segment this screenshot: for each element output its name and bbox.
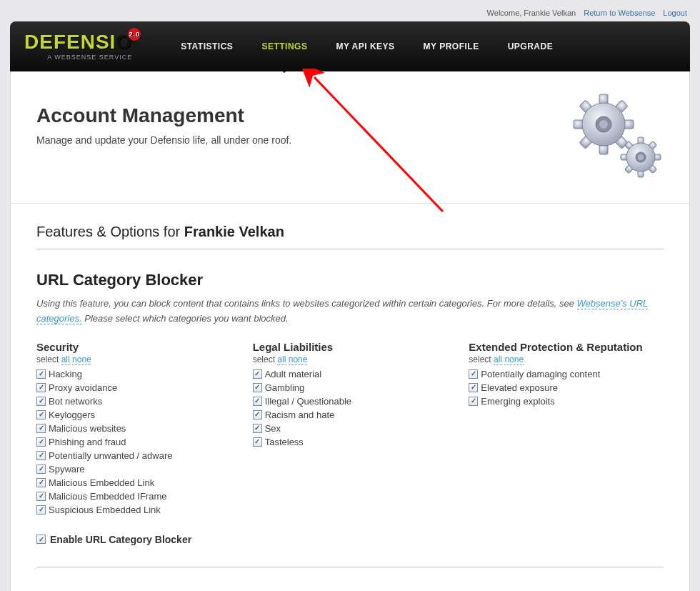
- enable-url-blocker-checkbox[interactable]: ✓: [36, 535, 46, 544]
- page-title: Account Management: [36, 104, 664, 127]
- category-item: ✓Tasteless: [253, 437, 448, 447]
- url-blocker-desc-2: Please select which categories you want …: [82, 313, 289, 324]
- content-card: Account Management Manage and update you…: [10, 71, 690, 591]
- select-all-link[interactable]: all: [277, 354, 286, 365]
- category-item: ✓Malicious Embedded IFrame: [36, 491, 231, 502]
- category-label: Malicious websites: [49, 423, 126, 434]
- category-checkbox[interactable]: ✓: [36, 505, 46, 515]
- category-label: Illegal / Questionable: [265, 396, 351, 407]
- category-label: Racism and hate: [265, 409, 335, 420]
- category-checkbox[interactable]: ✓: [36, 465, 46, 474]
- category-item: ✓Spyware: [36, 464, 231, 475]
- url-blocker-description: Using this feature, you can block conten…: [36, 297, 664, 327]
- select-none-link[interactable]: none: [289, 354, 308, 365]
- category-item: ✓Malicious Embedded Link: [36, 477, 231, 488]
- category-item: ✓Sex: [253, 423, 448, 434]
- select-helpers: select all none: [36, 354, 231, 364]
- category-label: Adult material: [265, 369, 321, 379]
- nav-my-api-keys[interactable]: MY API KEYS: [336, 24, 394, 69]
- section-divider: [36, 567, 664, 567]
- nav-settings[interactable]: SETTINGS: [261, 24, 307, 69]
- category-checkbox[interactable]: ✓: [36, 451, 46, 460]
- category-checkbox[interactable]: ✓: [36, 383, 46, 392]
- category-checkbox[interactable]: ✓: [36, 410, 46, 419]
- category-checkbox[interactable]: ✓: [36, 369, 46, 379]
- link-return-websense[interactable]: Return to Websense: [584, 9, 655, 17]
- select-label: select: [36, 354, 61, 364]
- category-checkbox[interactable]: ✓: [36, 424, 46, 433]
- features-heading-name: Frankie Velkan: [184, 224, 284, 239]
- category-checkbox[interactable]: ✓: [253, 437, 262, 447]
- category-checkbox[interactable]: ✓: [36, 478, 46, 487]
- url-blocker-desc-1: Using this feature, you can block conten…: [36, 298, 577, 309]
- category-checkbox[interactable]: ✓: [253, 369, 262, 379]
- category-item: ✓Racism and hate: [253, 409, 448, 420]
- category-checkbox[interactable]: ✓: [253, 424, 262, 433]
- category-label: Hacking: [49, 369, 82, 379]
- category-checkbox[interactable]: ✓: [253, 383, 262, 392]
- app-header: DEFENSIO 2.0 A WEBSENSE SERVICE STATISTI…: [10, 21, 690, 71]
- category-item: ✓Illegal / Questionable: [253, 396, 448, 407]
- category-label: Bot networks: [49, 396, 102, 407]
- logo[interactable]: DEFENSIO 2.0 A WEBSENSE SERVICE: [24, 32, 132, 61]
- profanity-filter-title: Default Profanity Filter: [36, 589, 664, 591]
- category-item: ✓Adult material: [253, 369, 448, 379]
- category-item: ✓Keyloggers: [36, 409, 231, 420]
- gears-icon: [571, 93, 664, 188]
- category-column: Securityselect all none✓Hacking✓Proxy av…: [36, 341, 231, 518]
- version-badge: 2.0: [128, 28, 141, 41]
- category-item: ✓Suspicious Embedded Link: [36, 505, 231, 515]
- category-label: Gambling: [265, 382, 305, 393]
- top-utility-bar: Welcome, Frankie Velkan Return to Websen…: [0, 9, 700, 21]
- category-label: Proxy avoidance: [49, 382, 117, 393]
- category-columns: Securityselect all none✓Hacking✓Proxy av…: [36, 341, 664, 518]
- select-none-link[interactable]: none: [504, 354, 524, 365]
- category-label: Potentially unwanted / adware: [49, 450, 172, 461]
- nav-upgrade[interactable]: UPGRADE: [508, 24, 554, 69]
- category-label: Spyware: [49, 464, 85, 475]
- select-helpers: select all none: [253, 354, 448, 364]
- nav-my-profile[interactable]: MY PROFILE: [424, 24, 479, 69]
- category-column-title: Extended Protection & Reputation: [469, 341, 664, 353]
- category-label: Elevated exposure: [481, 382, 558, 393]
- category-label: Potentially damaging content: [481, 369, 600, 379]
- category-checkbox[interactable]: ✓: [469, 397, 478, 406]
- select-all-link[interactable]: all: [494, 354, 502, 365]
- category-checkbox[interactable]: ✓: [469, 383, 478, 392]
- select-label: select: [469, 354, 494, 364]
- select-label: select: [253, 354, 278, 364]
- category-checkbox[interactable]: ✓: [253, 410, 262, 419]
- category-item: ✓Potentially unwanted / adware: [36, 450, 231, 461]
- select-none-link[interactable]: none: [72, 354, 91, 365]
- nav-statistics[interactable]: STATISTICS: [181, 24, 233, 69]
- link-logout[interactable]: Logout: [663, 9, 687, 17]
- svg-point-10: [599, 120, 608, 129]
- category-item: ✓Potentially damaging content: [469, 369, 664, 379]
- category-item: ✓Gambling: [253, 382, 448, 393]
- category-column: Legal Liabilitiesselect all none✓Adult m…: [253, 341, 448, 518]
- category-label: Tasteless: [265, 437, 304, 447]
- features-heading: Features & Options for Frankie Velkan: [36, 224, 664, 249]
- select-all-link[interactable]: all: [61, 354, 70, 365]
- category-label: Sex: [265, 423, 281, 434]
- category-checkbox[interactable]: ✓: [469, 369, 478, 379]
- main-nav: STATISTICSSETTINGSMY API KEYSMY PROFILEU…: [181, 24, 553, 69]
- category-item: ✓Hacking: [36, 369, 231, 379]
- logo-tagline: A WEBSENSE SERVICE: [24, 54, 132, 61]
- intro-section: Account Management Manage and update you…: [11, 71, 689, 203]
- category-checkbox[interactable]: ✓: [253, 397, 262, 406]
- logo-text: DEFENSIO 2.0: [24, 32, 132, 52]
- category-item: ✓Proxy avoidance: [36, 382, 231, 393]
- svg-point-21: [638, 154, 644, 160]
- features-heading-prefix: Features & Options for: [36, 224, 184, 239]
- category-column-title: Security: [36, 341, 231, 353]
- url-blocker-title: URL Category Blocker: [36, 271, 664, 289]
- category-checkbox[interactable]: ✓: [36, 437, 46, 447]
- category-label: Emerging exploits: [481, 396, 554, 407]
- category-item: ✓Elevated exposure: [469, 382, 664, 393]
- category-checkbox[interactable]: ✓: [36, 492, 46, 501]
- category-column-title: Legal Liabilities: [253, 341, 448, 353]
- category-checkbox[interactable]: ✓: [36, 397, 46, 406]
- enable-url-blocker-row: ✓ Enable URL Category Blocker: [36, 534, 664, 545]
- category-label: Keyloggers: [49, 409, 95, 420]
